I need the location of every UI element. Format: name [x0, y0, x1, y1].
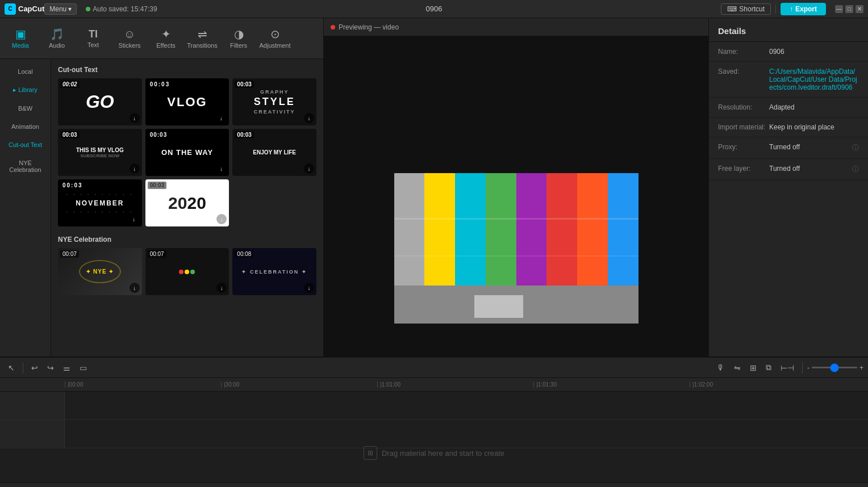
- ruler-mark-0: |00:00: [65, 381, 221, 388]
- ruler-mark-1: |30:00: [221, 381, 377, 388]
- track-head-2: [0, 420, 65, 448]
- media-card-go[interactable]: 00:02 GO ↓: [58, 78, 142, 125]
- tool-effects[interactable]: ✦ Effects: [148, 20, 184, 57]
- download-icon-nye1[interactable]: ↓: [130, 283, 140, 293]
- sidebar-item-bw[interactable]: B&W: [2, 100, 48, 116]
- link-button[interactable]: ⇋: [731, 361, 744, 375]
- media-card-nye1[interactable]: 00:07 ✦ NYE ✦ ↓: [58, 248, 142, 295]
- card-duration-enjoymylife: 00:03: [235, 131, 254, 138]
- sidebar-item-cutout[interactable]: Cut-out Text: [2, 137, 48, 153]
- zoom-slider[interactable]: [812, 367, 857, 368]
- card-duration-nye3: 00:08: [235, 250, 253, 258]
- tool-media[interactable]: ▣ Media: [2, 20, 39, 57]
- export-button[interactable]: ↑ Export: [781, 3, 826, 15]
- download-icon-enjoymylife[interactable]: ↓: [304, 163, 314, 174]
- sidebar-nye-label: NYE Celebration: [9, 159, 41, 173]
- track-body-2: [65, 420, 868, 448]
- detail-saved-label: Saved:: [718, 68, 769, 91]
- tool-stickers-label: Stickers: [118, 42, 140, 49]
- track-head-1: [0, 392, 65, 419]
- gray-highlight-bar: [474, 295, 523, 318]
- redo-button[interactable]: ↪: [44, 361, 57, 375]
- maximize-button[interactable]: □: [845, 5, 853, 13]
- menu-button[interactable]: Menu ▾: [44, 3, 77, 15]
- drag-hint-icon: ⊞: [364, 446, 377, 460]
- media-card-enjoymylife[interactable]: 00:03 ENJOY MY LIFE ↓: [232, 129, 316, 176]
- timeline-ruler: |00:00 |30:00 |1:01:00 |1:01:30 |1:02:00: [0, 378, 868, 392]
- effects-icon: ✦: [161, 28, 171, 40]
- tl-divider-1: [23, 362, 23, 373]
- sidebar-item-nye[interactable]: NYE Celebration: [2, 155, 48, 178]
- sidebar-item-library[interactable]: ▸ Library: [2, 82, 48, 98]
- stickers-icon: ☺: [124, 28, 135, 40]
- delete-button[interactable]: ▭: [76, 361, 90, 375]
- drag-hint-text: Drag material here and start to create: [382, 449, 504, 457]
- tool-audio-label: Audio: [49, 42, 65, 49]
- library-arrow-icon: ▸: [13, 86, 18, 93]
- tool-audio[interactable]: 🎵 Audio: [39, 20, 75, 57]
- media-icon: ▣: [15, 28, 26, 40]
- zoom-in-icon: +: [859, 364, 863, 372]
- media-card-2020[interactable]: 00:03 2020 ↓: [145, 179, 229, 226]
- tool-text-label: Text: [87, 41, 99, 48]
- app-name: CapCut: [18, 5, 44, 13]
- media-card-vlog[interactable]: 00:03 VLOG ↓: [145, 78, 229, 125]
- shortcut-button[interactable]: ⌨ Shortcut: [721, 3, 771, 15]
- sidebar-animation-label: Animation: [11, 123, 39, 130]
- download-icon-november[interactable]: ↓: [130, 214, 140, 224]
- saved-dot-icon: [86, 7, 90, 11]
- detail-name-label: Name:: [718, 48, 769, 56]
- detail-resolution-value: Adapted: [769, 103, 859, 111]
- split-mode-button[interactable]: ⧉: [762, 360, 775, 375]
- color-bars: [394, 173, 639, 286]
- close-button[interactable]: ✕: [856, 5, 863, 13]
- sidebar-bw-label: B&W: [18, 105, 32, 112]
- menu-label: Menu: [49, 5, 66, 13]
- detail-freelayer-row: Free layer: Turned off ⓘ: [709, 159, 868, 180]
- zoom-controls: - +: [807, 364, 863, 372]
- auto-saved-text: Auto saved: 15:47:39: [93, 5, 157, 13]
- media-card-onway[interactable]: 00:03 ON THE WAY ↓: [145, 129, 229, 176]
- sidebar-library-label: Library: [18, 86, 37, 93]
- media-card-november[interactable]: 00:03 · · · · · · · · · · NOVEMBER · · ·…: [58, 179, 142, 226]
- media-card-myvlog[interactable]: 00:03 THIS IS MY VLOG SUBSCRIBE NOW ↓: [58, 129, 142, 176]
- tool-filters[interactable]: ◑ Filters: [220, 20, 257, 57]
- split-button[interactable]: ⚌: [60, 361, 74, 375]
- trim-button[interactable]: ⊢⊣: [777, 361, 798, 375]
- adjustment-icon: ⊙: [270, 28, 280, 40]
- sidebar-item-local[interactable]: Local: [2, 64, 48, 79]
- detail-proxy-row: Proxy: Turned off ⓘ: [709, 137, 868, 159]
- tool-stickers[interactable]: ☺ Stickers: [111, 20, 148, 57]
- tool-text[interactable]: TI Text: [75, 20, 111, 57]
- tool-transitions[interactable]: ⇌ Transitions: [184, 20, 220, 57]
- auto-saved-status: Auto saved: 15:47:39: [86, 5, 157, 13]
- undo-button[interactable]: ↩: [28, 361, 41, 375]
- timeline-scrollbar[interactable]: [0, 482, 868, 487]
- media-card-nye2[interactable]: 00:07 ↓: [145, 248, 229, 295]
- magnet-button[interactable]: ⊞: [746, 361, 760, 375]
- download-icon-myvlog[interactable]: ↓: [130, 163, 140, 174]
- minimize-button[interactable]: —: [835, 5, 843, 13]
- tool-media-label: Media: [12, 42, 29, 49]
- media-card-style[interactable]: 00:03 GRAPHY STYLE CREATIVITY ↓: [232, 78, 316, 125]
- project-title: 0906: [426, 5, 443, 13]
- download-icon-style[interactable]: ↓: [304, 113, 314, 123]
- filters-icon: ◑: [234, 28, 244, 40]
- titlebar-actions: ⌨ Shortcut ↑ Export — □ ✕: [721, 3, 863, 15]
- window-controls: — □ ✕: [835, 5, 863, 13]
- titlebar-divider: [775, 5, 776, 14]
- detail-name-value: 0906: [769, 48, 859, 56]
- microphone-button[interactable]: 🎙: [713, 361, 728, 375]
- download-icon-go[interactable]: ↓: [130, 113, 140, 123]
- keyboard-icon: ⌨: [727, 5, 737, 13]
- detail-import-value: Keep in original place: [769, 123, 859, 131]
- tool-adjustment[interactable]: ⊙ Adjustment: [257, 20, 293, 57]
- media-card-nye3[interactable]: 00:08 ✦ CELEBRATION ✦ ↓: [232, 248, 316, 295]
- cursor-tool-button[interactable]: ↖: [5, 361, 18, 375]
- proxy-info-icon: ⓘ: [852, 143, 859, 153]
- details-title: Details: [709, 18, 868, 42]
- card-duration-nye2: 00:07: [148, 250, 166, 258]
- sidebar-item-animation[interactable]: Animation: [2, 119, 48, 135]
- nye-grid: 00:07 ✦ NYE ✦ ↓ 00:07: [58, 248, 316, 295]
- detail-proxy-value: Turned off: [769, 143, 850, 153]
